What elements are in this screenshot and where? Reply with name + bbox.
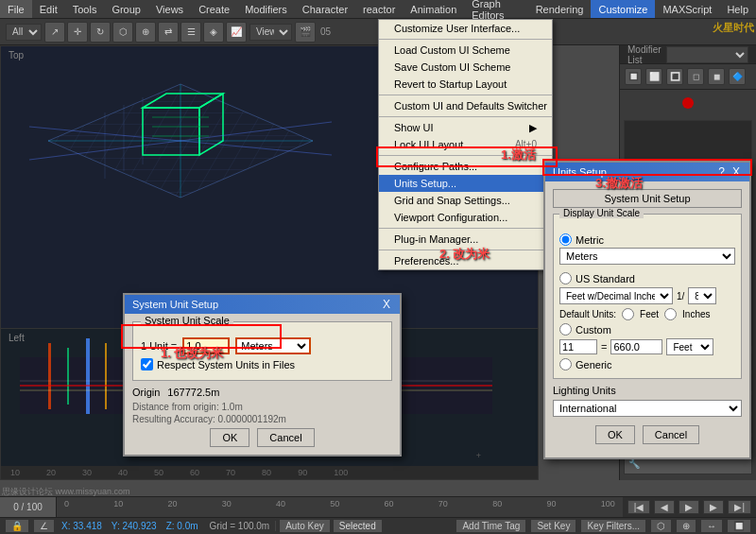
menu-modifiers[interactable]: Modifiers: [237, 0, 295, 18]
us-standard-radio[interactable]: [559, 272, 572, 284]
metric-dropdown[interactable]: Meters Millimeters Centimeters Kilometer…: [559, 248, 735, 265]
panel-btn-4[interactable]: ◻: [687, 68, 704, 85]
menu-group[interactable]: Group: [104, 0, 148, 18]
panel-btn-1[interactable]: 🔲: [625, 68, 642, 85]
generic-radio[interactable]: [559, 358, 572, 370]
nav-btn-2[interactable]: ⊕: [676, 519, 696, 533]
panel-btn-5[interactable]: ◼: [708, 68, 725, 85]
menu-create[interactable]: Create: [191, 0, 237, 18]
mirror-btn[interactable]: ⇄: [158, 22, 179, 43]
next-frame-btn[interactable]: ▶|: [728, 500, 751, 514]
lighting-dropdown[interactable]: International American: [553, 400, 742, 417]
nav-btn-1[interactable]: ⬡: [650, 519, 672, 533]
timeline-frame-counter: 0 / 100: [0, 497, 57, 518]
menu-item-customize-ui[interactable]: Customize User Interface...: [379, 20, 552, 37]
menu-rendering[interactable]: Rendering: [528, 0, 592, 18]
sys-unit-close-btn[interactable]: X: [381, 298, 392, 311]
units-ok-btn[interactable]: OK: [595, 425, 635, 444]
prev-key-btn[interactable]: ◀: [654, 500, 675, 514]
set-key-btn[interactable]: Set Key: [530, 519, 576, 533]
menu-animation[interactable]: Animation: [403, 0, 464, 18]
menu-tools[interactable]: Tools: [65, 0, 105, 18]
us-type-dropdown[interactable]: Feet w/Decimal Inches: [559, 287, 673, 304]
menu-item-grid-snap[interactable]: Grid and Snap Settings...: [379, 192, 552, 209]
default-inches-radio[interactable]: [664, 308, 677, 320]
key-filters-btn[interactable]: Key Filters...: [580, 519, 646, 533]
menu-item-load-scheme[interactable]: Load Custom UI Scheme: [379, 42, 552, 59]
align-btn[interactable]: ☰: [180, 22, 201, 43]
svg-rect-18: [105, 343, 107, 409]
prev-frame-btn[interactable]: |◀: [627, 500, 651, 514]
status-lock-btn[interactable]: 🔒: [5, 519, 29, 533]
menu-file[interactable]: File: [0, 0, 32, 18]
units-setup-close-btn[interactable]: X: [730, 165, 742, 179]
sys-unit-ok-btn[interactable]: OK: [210, 428, 249, 447]
nav-btn-4[interactable]: 🔲: [727, 519, 751, 533]
metric-radio[interactable]: [559, 233, 572, 246]
material-btn[interactable]: ◈: [203, 22, 224, 43]
panel-btn-2[interactable]: ⬜: [645, 68, 662, 85]
divider-1: [379, 39, 552, 40]
default-units-row: Default Units: Feet Inches: [559, 308, 735, 320]
menu-item-show-ui[interactable]: Show UI: [379, 119, 552, 136]
custom-value2-input[interactable]: [610, 339, 662, 354]
system-unit-setup-dialog: System Unit Setup X System Unit Scale 1 …: [123, 293, 402, 456]
select-btn[interactable]: ↗: [44, 22, 65, 43]
custom-unit-dropdown[interactable]: Feet: [666, 338, 713, 355]
sys-unit-title-text: System Unit Setup: [132, 299, 218, 310]
curve-btn[interactable]: 📈: [226, 22, 247, 43]
panel-btn-3[interactable]: 🔳: [666, 68, 683, 85]
snap-btn[interactable]: ⊕: [135, 22, 156, 43]
menu-character[interactable]: Character: [295, 0, 355, 18]
status-angle-btn[interactable]: ∠: [33, 519, 55, 533]
custom-value1-input[interactable]: [559, 339, 597, 354]
menu-graph-editors[interactable]: Graph Editors: [464, 0, 527, 18]
menu-item-custom-defaults[interactable]: Custom UI and Defaults Switcher: [379, 97, 552, 114]
customize-dropdown-menu: Customize User Interface... Load Custom …: [378, 19, 553, 270]
menu-reactor[interactable]: reactor: [355, 0, 403, 18]
lighting-units-label: Lighting Units: [553, 385, 616, 396]
generic-radio-row: Generic: [559, 358, 735, 370]
add-time-tag-btn[interactable]: Add Time Tag: [455, 519, 526, 533]
modifier-dropdown[interactable]: [666, 46, 748, 63]
undo-count-select[interactable]: All: [6, 24, 42, 41]
play-btn[interactable]: ▶: [679, 500, 699, 514]
menu-item-units-setup[interactable]: Units Setup...: [379, 175, 552, 192]
red-indicator: [682, 97, 694, 109]
menu-help[interactable]: Help: [719, 0, 756, 18]
default-feet-radio[interactable]: [622, 308, 634, 320]
utilities-panel-btn[interactable]: 🔧: [624, 457, 752, 474]
timeline-numbers: 0 10 20 30 40 50 60 70 80 90 100: [57, 499, 623, 508]
next-key-btn[interactable]: ▶: [703, 500, 724, 514]
custom-radio[interactable]: [559, 323, 572, 336]
menu-edit[interactable]: Edit: [32, 0, 65, 18]
units-cancel-btn[interactable]: Cancel: [643, 425, 699, 444]
view-select[interactable]: View: [249, 24, 292, 41]
custom-radio-row: Custom: [559, 323, 735, 336]
menu-item-viewport-config[interactable]: Viewport Configuration...: [379, 209, 552, 226]
panel-btn-6[interactable]: 🔷: [729, 68, 746, 85]
respect-system-checkbox[interactable]: [141, 358, 153, 370]
scale-btn[interactable]: ⬡: [112, 22, 133, 43]
right-panel-red: [620, 90, 756, 116]
sys-unit-cancel-btn[interactable]: Cancel: [257, 428, 314, 447]
system-unit-setup-btn[interactable]: System Unit Setup: [553, 189, 742, 208]
timeline-track[interactable]: 0 10 20 30 40 50 60 70 80 90 100: [57, 497, 623, 517]
menu-item-revert[interactable]: Revert to Startup Layout: [379, 76, 552, 93]
menu-views[interactable]: Views: [148, 0, 191, 18]
move-btn[interactable]: ✛: [67, 22, 88, 43]
menu-maxscript[interactable]: MAXScript: [655, 0, 719, 18]
rotate-btn[interactable]: ↻: [90, 22, 111, 43]
menu-customize[interactable]: Customize: [591, 0, 655, 18]
us-standard-label: US Standard: [576, 273, 635, 284]
unit-type-select[interactable]: Meters Millimeters Centimeters Kilometer…: [235, 337, 311, 354]
custom-label: Custom: [576, 324, 611, 336]
nav-btn-3[interactable]: ↔: [700, 519, 723, 533]
menu-item-save-scheme[interactable]: Save Custom UI Scheme: [379, 59, 552, 76]
auto-key-btn[interactable]: Auto Key: [279, 519, 331, 533]
us-fraction-dropdown[interactable]: 8: [688, 287, 716, 304]
render-btn[interactable]: 🎬: [295, 22, 316, 43]
sys-unit-footer: OK Cancel: [132, 428, 392, 447]
us-options-row: Feet w/Decimal Inches 1/ 8: [559, 287, 735, 304]
units-setup-help-btn[interactable]: ?: [716, 165, 727, 179]
